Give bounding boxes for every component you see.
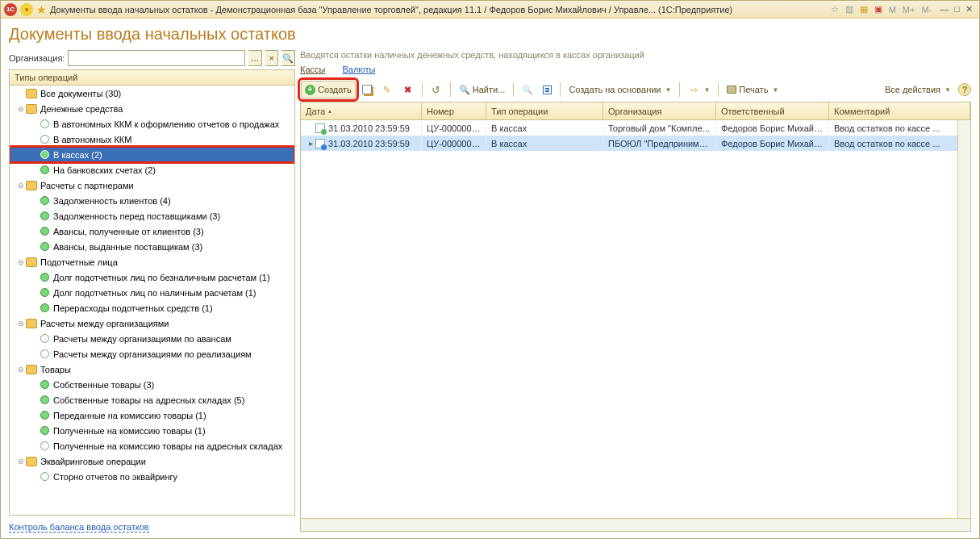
favorites-star-icon[interactable]: ★ (36, 3, 47, 16)
maximize-button[interactable]: □ (953, 4, 961, 14)
tree-node[interactable]: ⊖Денежные средства (10, 101, 294, 116)
tree-node-label: В кассах (2) (53, 150, 102, 160)
org-select-button[interactable]: … (248, 50, 262, 66)
calendar-icon[interactable]: ▣ (873, 4, 884, 15)
mem-mplus[interactable]: M+ (901, 5, 917, 15)
tree-node[interactable]: Авансы, выданные поставщикам (3) (10, 239, 294, 254)
close-button[interactable]: ✕ (964, 4, 974, 14)
tree-node[interactable]: Сторно отчетов по эквайрингу (10, 469, 294, 484)
tree-node-label: Товары (40, 365, 71, 374)
tree-node[interactable]: В кассах (2) (10, 147, 294, 162)
tree-node[interactable]: На банковских счетах (2) (10, 162, 294, 178)
status-dot-icon (40, 426, 49, 435)
calc-icon[interactable]: ▦ (858, 4, 869, 15)
vertical-scrollbar[interactable] (957, 120, 970, 518)
tree-node[interactable]: ⊖Подотчетные лица (10, 254, 294, 270)
tree-toggle-icon[interactable]: ⊖ (16, 366, 26, 374)
refresh-icon: ↺ (431, 84, 442, 95)
tree-node[interactable]: ⊖Эквайринговые операции (10, 453, 294, 469)
tree-node[interactable]: Все документы (30) (10, 86, 294, 101)
tab-valuty[interactable]: Валюты (343, 65, 376, 74)
cell-resp: Федоров Борис Михайл... (716, 137, 829, 150)
status-dot-icon (40, 119, 49, 128)
all-actions-button[interactable]: Все действия▼ (881, 81, 955, 98)
operation-type-tree[interactable]: Все документы (30)⊖Денежные средстваВ ав… (9, 86, 295, 516)
cell-date: 31.03.2010 23:59:59 (328, 123, 410, 133)
status-dot-icon (40, 165, 49, 174)
tree-node[interactable]: В автономных ККМ к оформлению отчетов о … (10, 116, 294, 132)
documents-grid: Дата▴ Номер Тип операции Организация Отв… (300, 102, 971, 532)
org-input[interactable] (68, 50, 245, 66)
status-dot-icon (40, 211, 49, 220)
mem-mminus[interactable]: M- (920, 5, 933, 15)
list-settings-button[interactable] (539, 81, 556, 98)
tree-node[interactable]: Задолженность перед поставщиками (3) (10, 208, 294, 224)
tree-node[interactable]: Полученные на комиссию товары на адресны… (10, 438, 294, 453)
edit-button[interactable]: ✎ (377, 81, 397, 98)
status-dot-icon (40, 472, 49, 481)
tree-node[interactable]: Авансы, полученные от клиентов (3) (10, 224, 294, 239)
mem-m[interactable]: M (887, 5, 898, 15)
status-dot-icon (40, 135, 49, 144)
horizontal-scrollbar[interactable] (301, 518, 970, 531)
tree-node-label: Денежные средства (40, 104, 123, 114)
find-button[interactable]: 🔍 Найти... (455, 81, 510, 98)
tree-toggle-icon[interactable]: ⊖ (16, 105, 26, 113)
tree-node[interactable]: ⊖Расчеты между организациями (10, 315, 294, 331)
tree-node-label: Полученные на комиссию товары на адресны… (53, 441, 282, 451)
tree-node[interactable]: Долг подотчетных лиц по безналичным расч… (10, 270, 294, 285)
col-type[interactable]: Тип операции (486, 102, 603, 119)
org-label: Организация: (9, 53, 65, 63)
table-row[interactable]: ▸31.03.2010 23:59:59ЦУ-00000032В кассахП… (301, 136, 970, 151)
org-find-button[interactable]: 🔍 (281, 50, 295, 66)
help-button[interactable]: ? (958, 83, 971, 96)
status-dot-icon (40, 441, 49, 450)
tree-node-label: Подотчетные лица (40, 257, 118, 267)
app-1c-icon[interactable]: 1C (4, 3, 17, 16)
tree-node-label: Задолженность перед поставщиками (3) (53, 211, 220, 221)
tree-toggle-icon[interactable]: ⊖ (16, 182, 26, 190)
tree-node[interactable]: В автономных ККМ (10, 132, 294, 147)
cancel-find-button[interactable]: 🔍 (518, 81, 537, 98)
tree-toggle-icon[interactable]: ⊖ (16, 258, 26, 266)
app-dropdown-icon[interactable]: ▾ (20, 3, 33, 16)
goto-button[interactable]: ⇨▼ (684, 81, 714, 98)
tree-node[interactable]: Переданные на комиссию товары (1) (10, 407, 294, 423)
tree-node[interactable]: Задолженность клиентов (4) (10, 193, 294, 208)
tree-node[interactable]: Собственные товары (3) (10, 377, 294, 392)
col-number[interactable]: Номер (422, 102, 486, 119)
table-row[interactable]: 31.03.2010 23:59:59ЦУ-00000031В кассахТо… (301, 120, 970, 136)
tree-node[interactable]: Расчеты между организациями по реализаци… (10, 346, 294, 361)
tree-node[interactable]: Перерасходы подотчетных средств (1) (10, 300, 294, 315)
tree-node[interactable]: ⊖Расчеты с партнерами (10, 178, 294, 193)
star-icon[interactable]: ☆ (829, 4, 840, 15)
tab-kassy[interactable]: Кассы (300, 65, 325, 74)
col-date[interactable]: Дата▴ (301, 102, 422, 119)
refresh-button[interactable]: ↺ (427, 81, 446, 98)
print-button[interactable]: Печать▼ (723, 81, 782, 98)
tree-node-label: Расчеты между организациями по реализаци… (53, 349, 252, 359)
tree-node[interactable]: Собственные товары на адресных складах (… (10, 392, 294, 407)
tree-node[interactable]: Долг подотчетных лиц по наличным расчета… (10, 285, 294, 300)
tool-icon[interactable]: ▥ (844, 4, 855, 15)
balance-control-link[interactable]: Контроль баланса ввода остатков (9, 522, 149, 533)
col-resp[interactable]: Ответственный (716, 102, 829, 119)
tree-node[interactable]: ⊖Товары (10, 361, 294, 377)
sort-asc-icon: ▴ (328, 107, 332, 115)
delete-button[interactable]: ✖ (398, 81, 418, 98)
tree-toggle-icon[interactable]: ⊖ (16, 320, 26, 328)
create-based-button[interactable]: Создать на основании▼ (565, 81, 675, 98)
copy-button[interactable] (358, 81, 376, 98)
tree-node[interactable]: Полученные на комиссию товары (1) (10, 423, 294, 438)
tree-toggle-icon[interactable]: ⊖ (16, 458, 26, 466)
col-comment[interactable]: Комментарий (829, 102, 970, 119)
status-dot-icon (40, 395, 49, 404)
tree-node-label: Переданные на комиссию товары (1) (53, 411, 206, 420)
delete-icon: ✖ (402, 84, 414, 95)
minimize-button[interactable]: — (938, 4, 950, 14)
tree-node[interactable]: Расчеты между организациями по авансам (10, 331, 294, 346)
tree-node-label: Собственные товары на адресных складах (… (53, 395, 244, 405)
create-button[interactable]: + Создать (301, 81, 356, 98)
org-clear-button[interactable]: × (265, 50, 279, 66)
col-org[interactable]: Организация (603, 102, 716, 119)
